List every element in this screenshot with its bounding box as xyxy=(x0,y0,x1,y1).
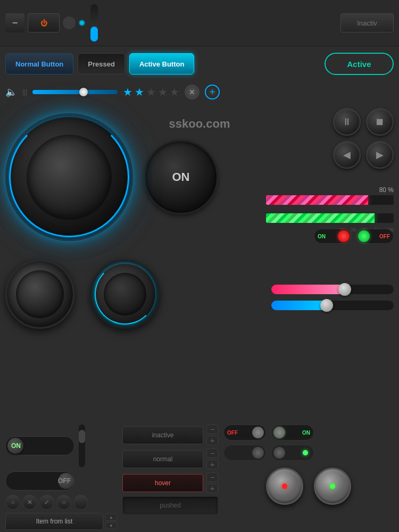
hover-list-btn[interactable]: hover xyxy=(122,474,203,492)
next-button[interactable]: ▶ xyxy=(366,141,394,169)
plus-minus-col-1: − + xyxy=(206,425,218,445)
toggle-pair-1: OFF ON xyxy=(223,425,394,440)
toggle-off-switch[interactable]: OFF xyxy=(356,229,394,244)
bottom-knob-red[interactable] xyxy=(266,468,303,505)
bottom-knob-green[interactable] xyxy=(314,468,351,505)
small-knob-left-inner xyxy=(16,270,64,318)
progress-bar-1-fill xyxy=(266,195,368,205)
toggle-off-red-thumb xyxy=(252,427,264,438)
star-2[interactable]: ★ xyxy=(135,86,144,98)
progress-label: 80 % xyxy=(266,186,394,194)
pink-slider-thumb[interactable] xyxy=(338,283,351,296)
pushed-list-btn[interactable]: pushed xyxy=(122,496,218,514)
glowing-knob[interactable] xyxy=(90,260,160,329)
toggle-on-green-switch[interactable]: ON xyxy=(271,425,314,440)
off-text-label: OFF xyxy=(58,477,71,485)
tiny-btn-x[interactable]: ✕ xyxy=(22,495,37,510)
minus-pm-btn-1[interactable]: − xyxy=(206,425,218,434)
active-outline-button[interactable]: Active xyxy=(325,53,394,75)
main-knob-inner xyxy=(27,135,112,220)
toggle-on-green-thumb xyxy=(273,427,285,438)
green-dot-light xyxy=(303,450,308,455)
power-button[interactable]: ⏻ xyxy=(28,13,60,32)
tiny-btn-2[interactable]: ○ xyxy=(56,495,71,510)
off-red-label: OFF xyxy=(227,430,238,436)
blue-slider[interactable] xyxy=(271,301,394,310)
plus-minus-col-3: − + xyxy=(206,472,218,493)
star-5[interactable]: ★ xyxy=(170,86,179,98)
small-knob-left[interactable] xyxy=(5,260,74,329)
main-knob[interactable] xyxy=(5,113,133,241)
toggle-on-switch[interactable]: ON xyxy=(314,229,351,244)
volume-slider[interactable] xyxy=(32,90,118,94)
minus-pm-btn-2[interactable]: − xyxy=(206,448,218,458)
minus-pm-btn-3[interactable]: − xyxy=(206,472,218,482)
up-arrow-button[interactable]: ▲ xyxy=(105,513,117,521)
pink-slider-fill xyxy=(271,285,345,294)
toggle-off-red-switch[interactable]: OFF xyxy=(223,425,266,440)
buttons-row: Normal Button Pressed Active Button Acti… xyxy=(0,46,399,81)
inactive-list-btn[interactable]: inactive xyxy=(122,426,203,444)
active-button[interactable]: Active Button xyxy=(129,53,195,74)
on-green-label: ON xyxy=(302,430,310,436)
on-knob-button[interactable]: ON xyxy=(144,140,218,214)
ctrl-row-1: ⏸ ⏹ xyxy=(333,108,394,136)
bottom-section: ON OFF ○ ✕ ✓ ○ Item from list xyxy=(0,420,399,532)
red-dot-indicator xyxy=(282,484,287,489)
tiny-btn-1[interactable]: ○ xyxy=(5,495,20,510)
normal-list-btn[interactable]: normal xyxy=(122,450,203,468)
volume-slider-thumb[interactable] xyxy=(79,88,88,96)
toggle-pair-2 xyxy=(223,445,394,461)
inactive-button[interactable]: Inactiv xyxy=(340,13,394,32)
speaker-icon: 🔈 xyxy=(5,86,17,98)
star-1[interactable]: ★ xyxy=(123,86,132,98)
item-from-list-button[interactable]: Item from list xyxy=(5,513,103,530)
toggle-neutral-1[interactable] xyxy=(223,445,266,461)
ctrl-row-2: ◀ ▶ xyxy=(333,141,394,169)
toggle-off-thumb xyxy=(358,230,370,242)
top-strip: − ⏻ Inactiv xyxy=(0,0,399,46)
toggle-green-dot-switch[interactable] xyxy=(271,445,314,461)
vertical-scrollbar[interactable] xyxy=(79,425,85,467)
normal-button[interactable]: Normal Button xyxy=(5,53,73,74)
blue-slider-fill xyxy=(271,301,327,310)
toggle-green-dot-thumb xyxy=(273,447,285,459)
middle-bottom: inactive − + normal − + hover − + pushed xyxy=(122,425,218,528)
left-bottom: ON OFF ○ ✕ ✓ ○ Item from list xyxy=(5,425,117,528)
control-buttons: ⏸ ⏹ ◀ ▶ xyxy=(333,108,394,169)
add-button[interactable]: + xyxy=(205,85,220,99)
plus-pm-btn-1[interactable]: + xyxy=(206,436,218,445)
down-arrow-button[interactable]: ▼ xyxy=(105,522,117,529)
star-3[interactable]: ★ xyxy=(146,86,156,98)
on-toggle-row: ON xyxy=(5,425,117,467)
up-down-buttons: ▲ ▼ xyxy=(105,513,117,529)
blue-slider-thumb[interactable] xyxy=(320,299,333,312)
pressed-button[interactable]: Pressed xyxy=(78,53,125,74)
prev-button[interactable]: ◀ xyxy=(333,141,361,169)
on-text: ON xyxy=(11,442,21,450)
progress-bar-2-fill xyxy=(266,213,375,223)
bottom-knobs-row xyxy=(223,468,394,505)
star-rating[interactable]: ★ ★ ★ ★ ★ xyxy=(123,86,179,98)
minus-button[interactable]: − xyxy=(5,13,24,32)
sliders-section xyxy=(271,253,394,317)
vertical-slider[interactable] xyxy=(90,4,98,41)
item-from-list-row: Item from list ▲ ▼ xyxy=(5,513,117,530)
close-button[interactable]: ✕ xyxy=(185,85,200,99)
star-4[interactable]: ★ xyxy=(158,86,168,98)
on-large-toggle[interactable]: ON xyxy=(5,436,74,455)
stop-button[interactable]: ⏹ xyxy=(366,108,394,136)
plus-pm-btn-3[interactable]: + xyxy=(206,484,218,493)
progress-section: 80 % 60 70 80 90 100 xyxy=(266,186,394,235)
pink-slider[interactable] xyxy=(271,285,394,294)
toggle-on-label: ON xyxy=(318,234,326,239)
off-large-toggle[interactable]: OFF xyxy=(5,471,74,491)
tiny-btn-3[interactable] xyxy=(73,495,88,510)
plus-pm-btn-2[interactable]: + xyxy=(206,460,218,469)
plus-minus-col-2: − + xyxy=(206,448,218,469)
mini-btn[interactable] xyxy=(63,16,76,29)
tiny-btn-check[interactable]: ✓ xyxy=(39,495,54,510)
pause-button[interactable]: ⏸ xyxy=(333,108,361,136)
small-round-buttons: ○ ✕ ✓ ○ xyxy=(5,495,117,510)
slider-row: 🔈 ||| ★ ★ ★ ★ ★ ✕ + xyxy=(0,81,399,103)
